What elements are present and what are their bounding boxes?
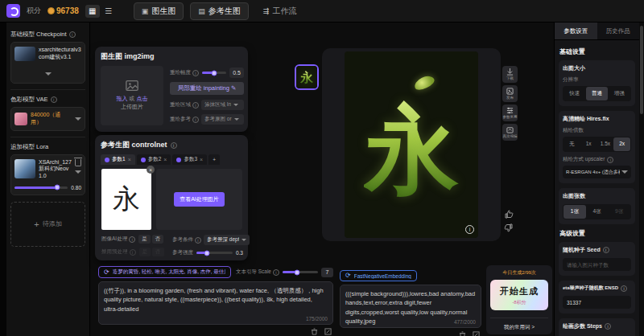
resolution-normal[interactable]: 普通 <box>586 87 609 100</box>
refresh-icon[interactable]: ⟳ <box>104 269 109 276</box>
result-thumbnail[interactable]: 永 <box>295 64 319 90</box>
close-icon[interactable]: × <box>128 157 131 162</box>
points-badge[interactable]: 96738 <box>47 6 79 15</box>
info-icon[interactable] <box>192 70 199 76</box>
info-icon[interactable] <box>607 157 613 163</box>
generate-button[interactable]: 开始生成 -8积分 <box>490 280 548 310</box>
lora-name: XSArchi_127新科幻Neov1.0 <box>39 159 72 180</box>
hires-none[interactable]: 无 <box>564 137 580 151</box>
image-info-icon[interactable]: i <box>465 225 474 234</box>
list-view-icon[interactable]: ☰ <box>101 5 116 18</box>
hires-2x[interactable]: 2x <box>613 137 630 151</box>
vae-section-title: 色彩模型 VAE <box>10 96 85 104</box>
upscaler-select[interactable]: R-ESRGAN 4x+ (适合多种风 <box>563 166 631 178</box>
close-icon[interactable]: × <box>200 157 203 162</box>
img2img-panel: 图生图 img2img 拖入 或 点击 上传图片 重绘幅度 0.5 局部重绘 i <box>95 47 248 132</box>
tab-parameter-settings[interactable]: 参数设置 <box>555 23 597 39</box>
publish-button[interactable]: 发布 <box>502 85 518 102</box>
view-ai-processed-button[interactable]: 查看AI处理图片 <box>174 192 225 207</box>
refresh-icon[interactable]: ⟳ <box>345 272 351 279</box>
seed-input[interactable] <box>563 258 631 271</box>
info-icon[interactable] <box>129 236 135 243</box>
app-logo-icon[interactable] <box>6 4 20 18</box>
hires-1-5x[interactable]: 1.5x <box>597 137 614 151</box>
edit-again-button[interactable]: 再次编辑 <box>502 124 518 141</box>
info-icon[interactable] <box>192 102 199 109</box>
trash-icon[interactable] <box>75 159 81 166</box>
info-icon[interactable] <box>69 31 76 38</box>
chevron-down-icon[interactable] <box>45 72 52 76</box>
batch-1[interactable]: 1张 <box>564 205 586 219</box>
negative-embedding-tag[interactable]: ⟳ FastNegativeEmbedding <box>340 270 417 281</box>
checkpoint-card[interactable]: xsarchitecturalv3com建筑v3.1 <box>10 42 85 84</box>
trash-icon[interactable] <box>459 331 466 336</box>
ref-strength-slider[interactable] <box>196 252 233 254</box>
controlnet-tab-2[interactable]: 参数2× <box>137 154 171 165</box>
expand-icon[interactable] <box>324 328 332 335</box>
download-button[interactable]: 下载 <box>502 66 518 83</box>
ref-strength-value: 0.3 <box>236 250 243 256</box>
my-common-words-link[interactable]: 我的常用词 > <box>490 318 548 331</box>
info-icon[interactable] <box>171 142 177 149</box>
denoise-slider[interactable] <box>202 72 226 74</box>
vae-card[interactable]: 840000（通用） <box>10 107 85 131</box>
inpaint-button[interactable]: 局部重绘 inpainting ✎ <box>170 82 244 95</box>
info-icon[interactable] <box>51 96 57 103</box>
ai-process-no[interactable]: 否 <box>152 235 164 244</box>
repaint-area-select[interactable]: 涂抹区域 In <box>201 100 244 110</box>
info-icon[interactable] <box>192 117 199 123</box>
repaint-area-label: 重绘区域 <box>170 101 199 109</box>
controlnet-tab-3[interactable]: 参数3× <box>172 154 207 165</box>
resolution-fast[interactable]: 快速 <box>564 87 586 100</box>
info-icon[interactable] <box>273 269 279 276</box>
points-label: 积分 <box>27 6 41 16</box>
info-icon[interactable] <box>195 237 201 244</box>
chevron-down-icon[interactable] <box>75 117 81 121</box>
bamboo-glyph: 永 <box>364 88 459 216</box>
resolution-segment: 快速 普通 增强 <box>563 86 631 101</box>
generated-image[interactable]: 永 i <box>345 51 478 238</box>
info-icon[interactable] <box>605 323 611 330</box>
positive-style-tags[interactable]: ⟳ 造梦的黄昏, 轻松, 唯美, 太阳光, 肖像, 杰作, 最佳质量 <box>98 266 231 278</box>
remove-image-icon[interactable]: × <box>147 166 155 174</box>
publish-icon <box>506 88 514 95</box>
ref-condition-select[interactable]: 参考景深 dept <box>204 235 250 245</box>
grid-view-icon[interactable]: ▦ <box>85 5 100 18</box>
image-placeholder-icon <box>126 80 138 91</box>
panel-scrollbar[interactable] <box>639 23 644 336</box>
tab-workflow[interactable]: ⇶ 工作流 <box>255 2 305 20</box>
add-lora-button[interactable]: + 待添加 <box>10 202 85 247</box>
tab-img2img[interactable]: ▣ 图生图 <box>134 2 184 20</box>
ensd-input[interactable] <box>563 296 631 309</box>
cfg-scale-slider[interactable] <box>283 271 318 273</box>
lora-weight-value: 0.80 <box>71 185 81 191</box>
hires-1x[interactable]: 1x <box>580 137 597 151</box>
workspace-canvas[interactable]: 图生图 img2img 拖入 或 点击 上传图片 重绘幅度 0.5 局部重绘 i <box>90 23 554 336</box>
upload-dropzone[interactable]: 拖入 或 点击 上传图片 <box>101 66 163 125</box>
info-icon[interactable] <box>621 285 627 292</box>
thumbs-down-icon[interactable] <box>504 223 514 233</box>
lora-weight-slider[interactable] <box>14 186 68 189</box>
generate-section: 今日生成2/99次 开始生成 -8积分 我的常用词 > <box>486 265 552 334</box>
tab-reference-gen[interactable]: ▤ 参考生图 <box>190 2 249 20</box>
info-icon[interactable] <box>603 247 609 253</box>
add-controlnet-tab[interactable]: + <box>208 154 220 165</box>
positive-prompt-input[interactable]: ((竹子)), in a blooming garden, (fresh and… <box>99 282 332 324</box>
basic-settings-heading: 基础设置 <box>559 47 635 56</box>
chevron-down-icon[interactable] <box>75 170 81 174</box>
batch-4[interactable]: 4张 <box>586 205 609 219</box>
controlnet-tab-1[interactable]: 参数1× <box>101 154 135 165</box>
plus-icon: + <box>34 219 39 229</box>
close-icon[interactable]: × <box>163 157 167 162</box>
top-bar: 积分 96738 ▦ ☰ ▣ 图生图 ▤ 参考生图 ⇶ 工作流 <box>0 0 644 23</box>
controlnet-source-image[interactable]: 永 × <box>101 169 151 230</box>
resolution-enhanced[interactable]: 增强 <box>608 87 630 100</box>
reuse-params-button[interactable]: 参数复用 <box>502 104 518 121</box>
expand-icon[interactable] <box>473 331 480 336</box>
thumbs-up-icon[interactable] <box>504 209 514 219</box>
lora-card[interactable]: XSArchi_127新科幻Neov1.0 0.80 <box>10 154 85 195</box>
ai-process-yes[interactable]: 是 <box>138 235 151 244</box>
trash-icon[interactable] <box>311 328 318 335</box>
tab-history-works[interactable]: 历史作品 <box>597 23 640 39</box>
repaint-ref-select[interactable]: 参考原图 or <box>201 114 244 125</box>
